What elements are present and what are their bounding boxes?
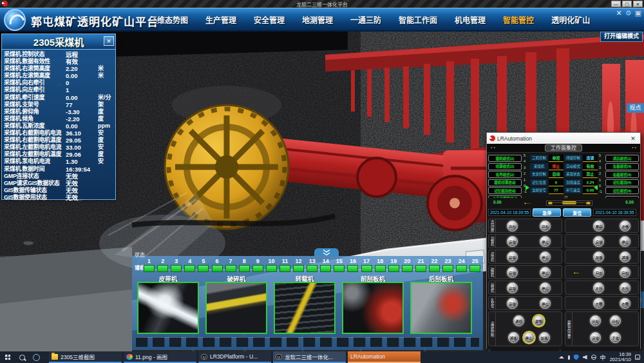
mode-button[interactable]: 先导模式(2) [488,171,522,178]
machine-status-slot[interactable]: 1 [142,257,156,274]
control-button[interactable]: 向左 [507,221,518,231]
nav-item[interactable]: 地测管理 [302,14,333,25]
machine-status-slot[interactable]: 17 [360,257,374,274]
close-icon[interactable]: ✕ [629,135,638,142]
machine-status-slot[interactable]: 6 [210,257,223,274]
chevron-up-icon[interactable] [559,356,564,358]
machine-status-slot[interactable]: 7 [224,257,238,274]
machine-status-slot[interactable]: 12 [292,257,305,274]
control-button[interactable]: 停止 [540,298,551,309]
close-button[interactable]: ✕ [633,1,643,7]
mode-button[interactable]: 右截模式(4) [605,171,639,178]
control-button[interactable]: 加速 [539,332,550,343]
mode-button[interactable]: 跟机模式(2) [488,155,522,162]
control-button[interactable]: 向左 [593,267,604,278]
emergency-stop-button[interactable]: 急停 [533,208,561,217]
mode-button[interactable]: 记忆模式(4) [605,187,639,194]
gear-icon[interactable]: ⚙ [625,9,632,17]
camera-thumbnail[interactable] [137,282,199,334]
control-button[interactable]: 停止 [524,332,535,343]
control-button[interactable]: 遥控 [513,315,524,326]
control-button[interactable]: 加速 [593,251,604,262]
mode-button[interactable]: 记忆截割(4) [605,179,639,186]
search-icon[interactable] [19,355,25,360]
machine-status-slot[interactable]: 16 [346,257,359,274]
thumbnail-filmstrip[interactable] [136,337,479,347]
nav-item[interactable]: 机电管理 [455,14,486,25]
control-button[interactable]: 总停 [620,221,630,231]
control-button[interactable]: 向右 [620,267,630,278]
control-button[interactable]: 停止 [540,267,551,278]
notification-icon[interactable] [635,355,640,360]
mode-button[interactable]: 跟机喷雾启动 [488,179,522,186]
control-button[interactable]: 手动 [610,332,621,343]
tools-icon[interactable]: ✕ [616,9,622,17]
control-button[interactable]: 向左 [590,315,601,326]
clock[interactable]: 16:39 2021/4/10 [610,352,631,362]
cortana-icon[interactable] [33,354,40,361]
reset-button[interactable]: 复位 [563,208,591,217]
machine-status-slot[interactable]: 25 [468,257,482,274]
edit-mode-button[interactable]: 打开编辑模式 [600,32,643,42]
control-button[interactable]: 右降 [620,298,630,309]
close-icon[interactable]: ✕ [104,36,114,46]
control-button[interactable]: 右升 [620,282,630,293]
machine-status-slot[interactable]: 2 [156,257,169,274]
nav-item[interactable]: 智能管控 [503,14,534,25]
mode-button[interactable]: 喷雾模式(2) [488,163,522,170]
mode-button[interactable]: 记忆截割启动 [488,187,522,194]
machine-status-slot[interactable]: 20 [401,257,414,274]
machine-status-slot[interactable]: 23 [441,257,455,274]
control-button[interactable]: 减速 [508,332,519,343]
control-button[interactable]: 就地 [533,315,544,326]
control-button[interactable]: 顺启 [593,221,604,231]
control-button[interactable]: 向右 [610,315,621,326]
control-button[interactable]: 启动 [507,236,518,247]
control-button[interactable]: 启动 [507,298,518,309]
camera-thumbnail[interactable] [274,282,336,334]
machine-status-slot[interactable]: 11 [278,257,292,274]
microphone-icon[interactable] [568,355,570,360]
machine-status-slot[interactable]: 14 [319,257,332,274]
machine-status-slot[interactable]: 19 [387,257,401,274]
shield-icon[interactable] [574,355,579,360]
control-button[interactable]: 启动 [507,267,518,278]
chevron-down-icon[interactable] [314,248,339,256]
machine-status-slot[interactable]: 22 [428,257,441,274]
taskbar-app[interactable]: LR3DPlatform - U... [198,351,271,363]
control-button[interactable]: 启动 [593,236,604,247]
camera-thumbnail[interactable] [410,282,472,334]
machine-status-slot[interactable]: 24 [455,257,468,274]
nav-item[interactable]: 三维态势图 [149,14,188,25]
control-button[interactable]: 启动 [507,282,518,293]
network-icon[interactable] [591,355,596,360]
camera-thumbnail[interactable] [342,282,404,334]
nav-item[interactable]: 智能工作面 [399,14,437,25]
nav-item[interactable]: 安全管理 [254,14,285,25]
control-button[interactable]: 启动 [507,251,518,262]
machine-status-slot[interactable]: 18 [374,257,387,274]
nav-item[interactable]: 生产管理 [205,14,236,25]
taskbar-app[interactable]: LRAutomation [348,351,421,363]
nav-item[interactable]: 一通三防 [350,14,381,25]
volume-icon[interactable] [583,355,587,360]
control-button[interactable]: 向右 [540,221,551,231]
nav-item[interactable]: 透明化矿山 [551,14,590,25]
control-button[interactable]: 左降 [593,298,604,309]
machine-status-slot[interactable]: 3 [169,257,183,274]
ime-indicator[interactable]: 中 [600,353,606,362]
restore-icon[interactable]: ▣ [635,9,641,17]
machine-status-slot[interactable]: 4 [183,257,196,274]
control-button[interactable]: 减速 [620,251,630,262]
machine-status-slot[interactable]: 9 [251,257,265,274]
mode-button[interactable]: 调高模式(1) [605,155,639,162]
position-slider[interactable] [546,201,592,206]
control-button[interactable]: 停止 [540,251,551,262]
machine-status-slot[interactable]: 21 [414,257,428,274]
control-button[interactable]: 停止 [620,236,630,247]
control-button[interactable]: 停止 [540,282,551,293]
machine-status-slot[interactable]: 5 [196,257,210,274]
machine-status-slot[interactable]: 10 [265,257,278,274]
taskbar-app[interactable]: 2305三维截图 [49,351,122,363]
machine-status-slot[interactable]: 15 [332,257,346,274]
